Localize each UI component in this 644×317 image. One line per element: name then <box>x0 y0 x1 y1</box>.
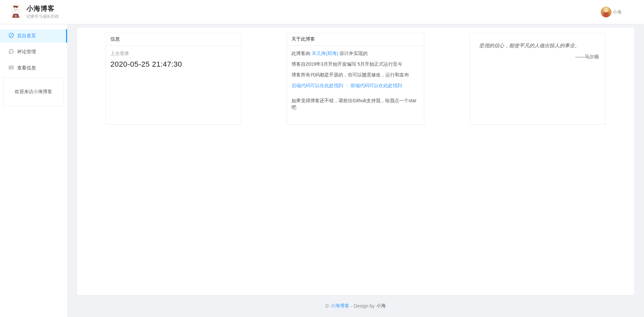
page-subtitle: 记录学习成长历程 <box>26 14 59 19</box>
page-title: 小海博客 <box>26 4 59 12</box>
welcome-text: 欢迎来访小海博客 <box>15 89 52 95</box>
author-link[interactable]: 禾几海(郑海) <box>312 51 338 56</box>
footer-design-text: - Design by <box>351 303 375 309</box>
about-author-prefix: 此博客由 <box>291 51 312 56</box>
about-line-history: 博客自2019年3月开始开发编写 5月开始正式运行至今 <box>291 61 420 67</box>
about-author-suffix: 设计并实现的 <box>338 51 368 56</box>
info-card-title: 信息 <box>106 33 241 46</box>
about-code-links: 后端代码可以在此处找到|前端代码可以在此处找到 <box>291 82 420 89</box>
main-panel: 信息 上次登录 2020-05-25 21:47:30 关于此博客 此博客由 禾… <box>77 28 634 295</box>
quote-text: 坚强的信心，能使平凡的人做出惊人的事业。 <box>479 43 599 49</box>
dashboard-cards-row: 信息 上次登录 2020-05-25 21:47:30 关于此博客 此博客由 禾… <box>77 28 634 125</box>
link-divider: | <box>346 83 347 88</box>
dashboard-icon <box>8 33 14 39</box>
frontend-code-link[interactable]: 前端代码可以在此处找到 <box>350 83 402 88</box>
user-menu[interactable]: 小海 <box>601 7 622 17</box>
sidebar-item-dashboard[interactable]: 后台首页 <box>0 29 67 43</box>
about-card-title: 关于此博客 <box>287 33 424 46</box>
about-line-author: 此博客由 禾几海(郑海) 设计并实现的 <box>291 50 420 57</box>
sidebar-item-view-info[interactable]: 查看信息 <box>0 61 67 75</box>
blog-logo-icon <box>10 5 21 19</box>
comment-icon <box>8 49 14 55</box>
about-card: 关于此博客 此博客由 禾几海(郑海) 设计并实现的 博客自2019年3月开始开发… <box>287 33 424 125</box>
sidebar-item-label: 评论管理 <box>17 49 36 55</box>
brand-logo-link[interactable]: 小海博客 记录学习成长历程 <box>10 4 59 19</box>
quote-author: ——马尔顿 <box>479 54 599 60</box>
last-login-value: 2020-05-25 21:47:30 <box>110 60 237 69</box>
quote-card: 坚强的信心，能使平凡的人做出惊人的事业。 ——马尔顿 <box>470 33 606 125</box>
sidebar: 后台首页 评论管理 查看信息 欢迎来访小海博客 <box>0 24 67 317</box>
sidebar-item-label: 后台首页 <box>17 33 36 39</box>
welcome-box: 欢迎来访小海博客 <box>3 77 64 106</box>
copyright-symbol: © <box>325 303 329 309</box>
user-avatar[interactable] <box>601 7 611 17</box>
last-login-label: 上次登录 <box>110 50 237 57</box>
info-card: 信息 上次登录 2020-05-25 21:47:30 <box>106 33 241 125</box>
footer-designer: 小海 <box>376 303 386 309</box>
about-line-star: 如果觉得博客还不错，请前往Github支持我，给我点一个star吧 <box>291 97 420 111</box>
idcard-icon <box>8 65 14 71</box>
about-line-opensource: 博客所有代码都是开源的，你可以随意修改，运行和发布 <box>291 71 420 78</box>
footer-blog-link[interactable]: 小海博客 <box>330 303 349 309</box>
backend-code-link[interactable]: 后端代码可以在此处找到 <box>291 83 343 88</box>
footer: © 小海博客 - Design by 小海 <box>67 295 644 317</box>
user-name: 小海 <box>613 9 622 15</box>
top-header: 小海博客 记录学习成长历程 小海 <box>0 0 644 24</box>
sidebar-item-label: 查看信息 <box>17 65 36 71</box>
sidebar-item-comments[interactable]: 评论管理 <box>0 45 67 59</box>
